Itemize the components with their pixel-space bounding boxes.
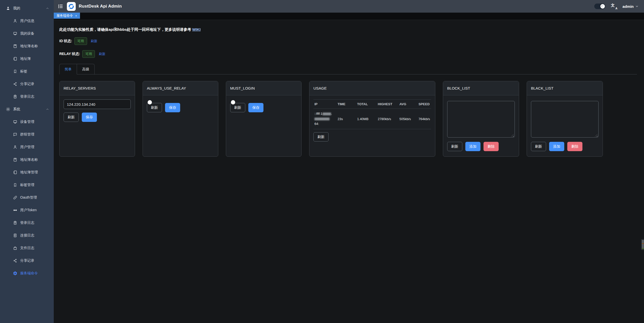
sidebar-item-connection-logs[interactable]: 连接日志 [0, 229, 54, 242]
header-bar: RustDesk Api Admin ☾ 文 A admin [54, 0, 644, 13]
textarea-wrap [447, 101, 515, 138]
moon-icon: ☾ [600, 4, 605, 9]
black-list-add-button[interactable]: 添加 [549, 142, 564, 151]
clipboard-icon [13, 221, 17, 225]
browser-extension-widget[interactable] [641, 239, 644, 250]
sidebar-item-oauth-management[interactable]: Oauth管理 [0, 191, 54, 204]
sidebar-item-tag-management[interactable]: 标签管理 [0, 179, 54, 191]
sidebar-collapse-icon[interactable] [58, 4, 63, 9]
sidebar-item-label: 标签 [20, 69, 27, 74]
block-list-textarea[interactable] [447, 101, 515, 138]
card-title: USAGE [309, 81, 435, 95]
sidebar-item-user-token[interactable]: 用户Token [0, 204, 54, 217]
usage-ip-cell: ::ffff:1. 64: [313, 109, 337, 129]
bookmark-icon [13, 183, 17, 187]
id-refresh-link[interactable]: 刷新 [91, 39, 97, 43]
share-icon [13, 82, 17, 87]
experimental-notice: 此处功能为实验性质，请确保api和hbbs处于同一回环地址下，更多说明请参考 W… [59, 27, 637, 32]
tab-advanced[interactable]: 高级 [77, 64, 95, 74]
black-list-delete-button[interactable]: 删除 [567, 142, 582, 151]
card-block-list: BLOCK_LIST 刷新 添加 删除 [443, 81, 519, 157]
card-title: ALWAYS_USE_RELAY [143, 81, 218, 95]
usage-column-avg: AVG [398, 100, 418, 109]
sidebar-item-login-logs-admin[interactable]: 登录日志 [0, 217, 54, 229]
button-row: 刷新 保存 [230, 103, 297, 112]
sidebar-item-server-commands[interactable]: 服务端命令 [0, 267, 54, 280]
chevron-up-icon [46, 107, 49, 111]
sidebar-item-user-info[interactable]: 用户信息 [0, 15, 54, 27]
usage-column-ip: IP [313, 100, 337, 109]
sidebar-item-share-records-admin[interactable]: 分享记录 [0, 254, 54, 267]
sidebar-group-label: 我的 [13, 6, 20, 11]
monitor-icon [13, 31, 17, 36]
gear-icon [6, 107, 10, 112]
sidebar-item-address-book-management[interactable]: 地址簿管理 [0, 166, 54, 179]
sidebar-item-device-management[interactable]: 设备管理 [0, 116, 54, 128]
card-usage: USAGE IPTIMETOTALHIGHESTAVGSPEED ::ffff:… [309, 81, 435, 157]
wiki-link[interactable]: WIKI [192, 27, 201, 32]
theme-toggle[interactable]: ☾ [594, 4, 605, 9]
black-list-textarea[interactable] [531, 101, 599, 138]
usage-total-cell: 1.40MB [356, 109, 377, 129]
usage-table: IPTIMETOTALHIGHESTAVGSPEED ::ffff:1. 64:… [313, 99, 431, 129]
sidebar-item-address-book[interactable]: 地址簿 [0, 52, 54, 65]
bookmark-icon [13, 69, 17, 74]
usage-avg-cell: 505kb/s [398, 109, 418, 129]
tab-close-icon[interactable]: × [75, 14, 77, 17]
button-row: 刷新 保存 [147, 103, 214, 112]
sidebar-group-my[interactable]: 我的 [0, 2, 54, 15]
relay-servers-input[interactable] [64, 99, 131, 109]
must-login-save-button[interactable]: 保存 [248, 103, 263, 112]
user-icon [6, 6, 10, 11]
sidebar-item-address-book-name-admin[interactable]: 地址簿名称 [0, 153, 54, 166]
sidebar-item-share-records[interactable]: 分享记录 [0, 78, 54, 90]
sidebar-item-group-management[interactable]: 群组管理 [0, 128, 54, 141]
sidebar-item-my-devices[interactable]: 我的设备 [0, 27, 54, 40]
black-list-refresh-button[interactable]: 刷新 [531, 142, 546, 151]
ip-dot: . [331, 112, 332, 116]
sidebar-item-login-logs[interactable]: 登录日志 [0, 90, 54, 103]
sidebar-group-label: 系统 [13, 107, 20, 112]
main-content: 此处功能为实验性质，请确保api和hbbs处于同一回环地址下，更多说明请参考 W… [54, 20, 644, 323]
sidebar-item-file-logs[interactable]: 文件日志 [0, 242, 54, 254]
page-tab-server-commands[interactable]: 服务端命令 × [54, 13, 80, 19]
button-row: 刷新 保存 [64, 113, 131, 122]
sidebar-group-system[interactable]: 系统 [0, 103, 54, 116]
block-list-add-button[interactable]: 添加 [465, 142, 480, 151]
sidebar-item-label: 登录日志 [20, 221, 34, 225]
card-body: 刷新 保存 [60, 95, 135, 126]
sidebar-item-label: 地址簿管理 [20, 170, 38, 175]
sidebar-item-address-book-name[interactable]: 地址簿名称 [0, 40, 54, 52]
id-status-row: ID 状态: 可用 刷新 [59, 37, 637, 45]
monitor-icon [13, 120, 17, 124]
sidebar-item-label: 我的设备 [20, 31, 34, 36]
tab-simple[interactable]: 简单 [59, 64, 77, 74]
language-icon[interactable]: 文 A [611, 4, 617, 9]
sidebar: 我的用户信息我的设备地址簿名称地址簿标签分享记录登录日志系统设备管理群组管理用户… [0, 0, 54, 323]
sidebar-item-label: 地址簿名称 [20, 44, 38, 48]
sidebar-item-label: 服务端命令 [20, 271, 38, 276]
sidebar-item-user-management[interactable]: 用户管理 [0, 141, 54, 153]
toggle-knob [231, 100, 235, 104]
relay-status-row: RELAY 状态: 可用 刷新 [59, 50, 637, 58]
sidebar-item-label: 分享记录 [20, 82, 34, 86]
usage-highest-cell: 2780kb/s [377, 109, 398, 129]
relay-servers-save-button[interactable]: 保存 [82, 113, 97, 122]
button-row: 刷新 添加 删除 [531, 142, 599, 151]
notebook-icon [13, 57, 17, 61]
card-body: 刷新 添加 删除 [443, 95, 519, 155]
relay-servers-refresh-button[interactable]: 刷新 [64, 113, 79, 122]
mode-tabs: 简单 高级 [59, 64, 637, 74]
card-always-use-relay: ALWAYS_USE_RELAY 刷新 保存 [143, 81, 218, 157]
always-use-relay-save-button[interactable]: 保存 [165, 103, 180, 112]
sidebar-item-tags[interactable]: 标签 [0, 65, 54, 78]
usage-refresh-button[interactable]: 刷新 [313, 132, 329, 142]
block-list-refresh-button[interactable]: 刷新 [447, 142, 462, 151]
block-list-delete-button[interactable]: 删除 [484, 142, 499, 151]
user-menu[interactable]: admin [623, 4, 638, 9]
sidebar-item-label: 连接日志 [20, 233, 34, 238]
page-tab-label: 服务端命令 [57, 13, 73, 18]
relay-refresh-link[interactable]: 刷新 [99, 52, 105, 56]
card-must-login: MUST_LOGIN 刷新 保存 [226, 81, 302, 157]
usage-column-highest: HIGHEST [377, 100, 398, 109]
